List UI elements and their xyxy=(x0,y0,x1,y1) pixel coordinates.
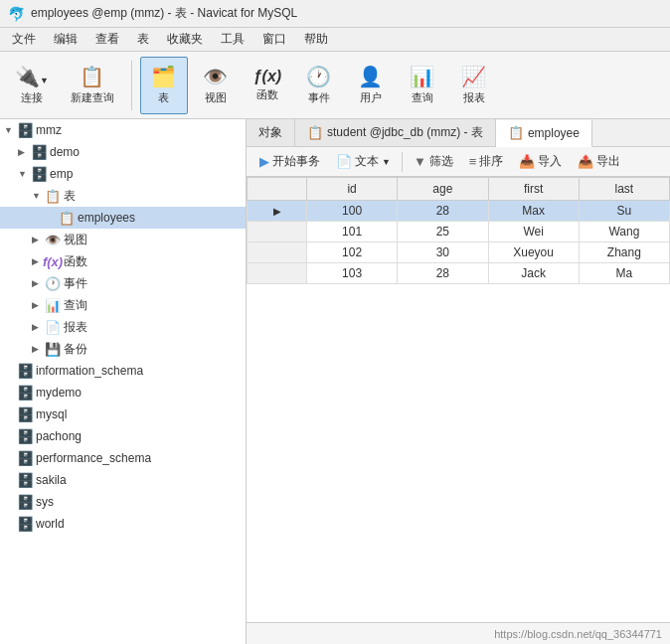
tab-student[interactable]: 📋student @jdbc_db (mmz) - 表 xyxy=(295,119,496,146)
tree-label-mydemo: mydemo xyxy=(36,386,82,400)
sidebar-item-perf_schema[interactable]: 🗄️ performance_schema xyxy=(0,447,246,469)
tbl-btn-filter[interactable]: ▼筛选 xyxy=(407,150,460,173)
tree-icon-tables: 📋 xyxy=(44,188,62,204)
cell-age[interactable]: 30 xyxy=(398,242,488,263)
row-arrow: ▶ xyxy=(273,206,281,217)
sidebar-item-events[interactable]: ▶ 🕐 事件 xyxy=(0,272,246,294)
tree-label-demo: demo xyxy=(50,145,80,159)
tree-arrow-emp: ▼ xyxy=(18,169,30,179)
tree-label-views: 视图 xyxy=(64,232,87,248)
sidebar-item-world[interactable]: 🗄️ world xyxy=(0,513,246,535)
table-toolbar: ▶开始事务📄文本▼▼筛选≡排序📥导入📤导出 xyxy=(247,147,670,177)
tree-icon-views: 👁️ xyxy=(44,232,62,247)
cell-age[interactable]: 25 xyxy=(398,222,488,242)
cell-age[interactable]: 28 xyxy=(398,201,488,222)
sidebar-item-mmz[interactable]: ▼ 🗄️ mmz xyxy=(0,119,246,141)
cell-last[interactable]: Ma xyxy=(579,263,669,284)
tab-bar: 对象📋student @jdbc_db (mmz) - 表📋employee xyxy=(247,119,670,147)
tree-label-emp: emp xyxy=(50,167,73,181)
col-id: id xyxy=(307,178,398,201)
menu-item-表[interactable]: 表 xyxy=(129,29,157,50)
tbl-btn-text[interactable]: 📄文本▼ xyxy=(329,150,398,173)
tree-label-pachong: pachong xyxy=(36,429,82,443)
toolbar-btn-event[interactable]: 🕐事件 xyxy=(295,57,343,114)
tbl-icon-sort: ≡ xyxy=(469,154,477,169)
tree-icon-pachong: 🗄️ xyxy=(16,428,34,444)
menu-item-工具[interactable]: 工具 xyxy=(213,29,252,50)
tree-arrow-events: ▶ xyxy=(32,278,44,288)
toolbar-btn-function[interactable]: ƒ(x)函数 xyxy=(244,57,291,114)
tbl-btn-begin-transaction[interactable]: ▶开始事务 xyxy=(252,150,327,173)
dropdown-arrow-text: ▼ xyxy=(382,157,391,167)
toolbar-btn-new-query[interactable]: 📋新建查询 xyxy=(62,57,123,114)
cell-age[interactable]: 28 xyxy=(398,263,488,284)
table-row[interactable]: 10328JackMa xyxy=(248,263,670,284)
col-age: age xyxy=(398,178,488,201)
table-row[interactable]: ▶10028MaxSu xyxy=(248,201,670,222)
toolbar-btn-table[interactable]: 🗂️表 xyxy=(140,57,188,114)
tree-icon-backups: 💾 xyxy=(44,341,62,357)
tree-label-functions: 函数 xyxy=(64,253,87,270)
cell-id[interactable]: 101 xyxy=(307,222,398,242)
cell-first[interactable]: Xueyou xyxy=(488,242,579,263)
sidebar-item-employees[interactable]: 📋 employees xyxy=(0,207,246,229)
sidebar-item-demo[interactable]: ▶ 🗄️ demo xyxy=(0,141,246,163)
cell-last[interactable]: Zhang xyxy=(579,242,669,263)
sidebar-item-reports[interactable]: ▶ 📄 报表 xyxy=(0,316,246,338)
cell-last[interactable]: Su xyxy=(579,201,669,222)
sidebar-item-sys[interactable]: 🗄️ sys xyxy=(0,491,246,513)
tbl-btn-import[interactable]: 📥导入 xyxy=(512,150,569,173)
sidebar-item-emp[interactable]: ▼ 🗄️ emp xyxy=(0,163,246,185)
tbl-icon-import: 📥 xyxy=(519,154,535,169)
sidebar-item-sakila[interactable]: 🗄️ sakila xyxy=(0,469,246,491)
toolbar-btn-connect[interactable]: 🔌 ▼ 连接 xyxy=(6,57,58,114)
sidebar-item-mysql[interactable]: 🗄️ mysql xyxy=(0,403,246,425)
menu-item-查看[interactable]: 查看 xyxy=(87,29,127,50)
tbl-btn-sort[interactable]: ≡排序 xyxy=(462,150,511,173)
tbl-icon-export: 📤 xyxy=(578,154,593,169)
sidebar: ▼ 🗄️ mmz ▶ 🗄️ demo ▼ 🗄️ emp ▼ 📋 表 📋 empl… xyxy=(0,119,247,644)
tree-label-employees: employees xyxy=(78,211,135,225)
table-row[interactable]: 10125WeiWang xyxy=(248,222,670,242)
sidebar-item-pachong[interactable]: 🗄️ pachong xyxy=(0,425,246,447)
toolbar-btn-report[interactable]: 📈报表 xyxy=(450,57,498,114)
tree-icon-events: 🕐 xyxy=(44,275,62,291)
data-table: id age first last ▶10028MaxSu10125WeiWan… xyxy=(247,177,670,284)
tbl-label-filter: 筛选 xyxy=(429,153,453,170)
sidebar-item-functions[interactable]: ▶ f(x) 函数 xyxy=(0,250,246,272)
tab-object[interactable]: 对象 xyxy=(247,119,295,146)
table-row[interactable]: 10230XueyouZhang xyxy=(248,242,670,263)
sidebar-item-info_schema[interactable]: 🗄️ information_schema xyxy=(0,360,246,382)
cell-last[interactable]: Wang xyxy=(579,222,669,242)
tab-employees[interactable]: 📋employee xyxy=(496,120,592,147)
tbl-icon-text: 📄 xyxy=(336,154,352,169)
menu-item-文件[interactable]: 文件 xyxy=(4,29,44,50)
menu-item-收藏夹[interactable]: 收藏夹 xyxy=(159,29,211,50)
tree-label-tables: 表 xyxy=(64,188,76,205)
cell-first[interactable]: Max xyxy=(488,201,579,222)
menu-item-窗口[interactable]: 窗口 xyxy=(254,29,294,50)
cell-id[interactable]: 102 xyxy=(307,242,398,263)
tree-label-sys: sys xyxy=(36,495,54,509)
tree-label-queries: 查询 xyxy=(64,297,87,314)
toolbar-btn-view[interactable]: 👁️视图 xyxy=(192,57,240,114)
tree-icon-employees: 📋 xyxy=(58,210,76,226)
sidebar-item-queries[interactable]: ▶ 📊 查询 xyxy=(0,294,246,316)
cell-id[interactable]: 103 xyxy=(307,263,398,284)
data-table-container: id age first last ▶10028MaxSu10125WeiWan… xyxy=(247,177,670,622)
sidebar-item-views[interactable]: ▶ 👁️ 视图 xyxy=(0,229,246,250)
sidebar-item-backups[interactable]: ▶ 💾 备份 xyxy=(0,338,246,360)
sidebar-item-tables[interactable]: ▼ 📋 表 xyxy=(0,185,246,207)
cell-id[interactable]: 100 xyxy=(307,201,398,222)
tbl-btn-export[interactable]: 📤导出 xyxy=(571,150,627,173)
toolbar-btn-query[interactable]: 📊查询 xyxy=(399,57,446,114)
toolbar-btn-user[interactable]: 👤用户 xyxy=(347,57,395,114)
tree-arrow-reports: ▶ xyxy=(32,322,44,332)
cell-first[interactable]: Jack xyxy=(488,263,579,284)
sidebar-item-mydemo[interactable]: 🗄️ mydemo xyxy=(0,382,246,403)
cell-first[interactable]: Wei xyxy=(488,222,579,242)
menu-item-帮助[interactable]: 帮助 xyxy=(296,29,336,50)
menu-item-编辑[interactable]: 编辑 xyxy=(46,29,85,50)
table-body: ▶10028MaxSu10125WeiWang10230XueyouZhang1… xyxy=(248,201,670,284)
col-last: last xyxy=(579,178,669,201)
